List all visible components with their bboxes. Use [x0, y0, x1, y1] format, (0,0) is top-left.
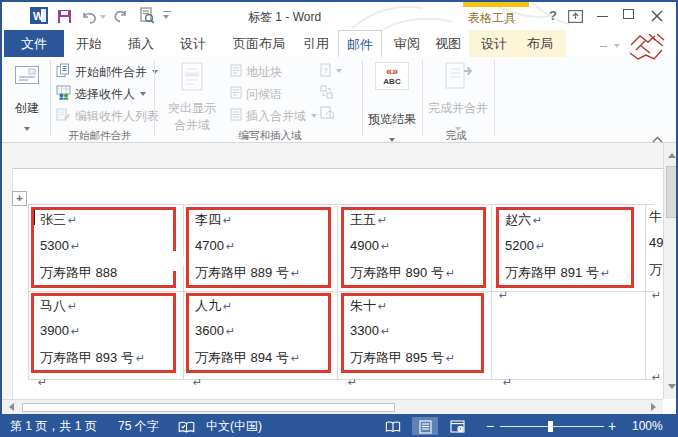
- scroll-up-button[interactable]: [664, 148, 678, 163]
- edit-recipient-list-label: 编辑收件人列表: [75, 108, 159, 125]
- rules-button[interactable]: ?: [320, 62, 342, 80]
- scroll-down-icon: [668, 384, 676, 389]
- tab-insert[interactable]: 插入: [120, 30, 162, 57]
- print-preview-icon[interactable]: [140, 7, 154, 28]
- tab-mailings[interactable]: 邮件: [338, 30, 382, 57]
- print-layout-button[interactable]: [412, 417, 438, 436]
- insert-merge-field-button[interactable]: 插入合并域: [230, 107, 317, 125]
- vertical-scrollbar[interactable]: [663, 143, 678, 399]
- customize-qat-icon[interactable]: [163, 11, 171, 12]
- paragraph-mark: ↵: [503, 376, 512, 389]
- decorative-leaves: [342, 2, 572, 30]
- tab-table-design[interactable]: 设计: [472, 30, 516, 57]
- horizontal-scrollbar[interactable]: [2, 399, 663, 414]
- read-mode-button[interactable]: [380, 417, 406, 436]
- label-cell[interactable]: 马八↵ 3900↵ 万寿路甲 893 号↵: [31, 293, 176, 373]
- web-layout-button[interactable]: [444, 417, 470, 436]
- undo-icon[interactable]: [82, 10, 97, 28]
- tab-page-layout[interactable]: 页面布局: [222, 30, 296, 57]
- scroll-up-icon: [668, 153, 676, 158]
- write-group-label: 编写和插入域: [224, 129, 316, 143]
- recipient-amount: 5300: [40, 238, 69, 253]
- word-count[interactable]: 75 个字: [118, 414, 159, 437]
- greeting-line-icon: [230, 86, 242, 102]
- recipient-address: 万寿路甲 889 号: [195, 265, 289, 280]
- match-fields-button[interactable]: [320, 84, 333, 102]
- page-info[interactable]: 第 1 页，共 1 页: [10, 414, 97, 437]
- save-icon[interactable]: [58, 9, 71, 27]
- label-cell[interactable]: 张三↵ 5300↵ 万寿路甲 888: [31, 207, 176, 288]
- insert-merge-field-caret-icon: [311, 114, 317, 118]
- tab-design[interactable]: 设计: [172, 30, 214, 57]
- ribbon-display-options-icon[interactable]: [568, 9, 583, 27]
- label-cell[interactable]: 朱十↵ 3300↵ 万寿路甲 895 号↵: [341, 293, 484, 373]
- maximize-button[interactable]: [623, 9, 634, 19]
- vertical-scroll-thumb[interactable]: [666, 166, 677, 218]
- redo-icon[interactable]: [114, 9, 127, 27]
- language-indicator[interactable]: 中文(中国): [206, 414, 262, 437]
- recipient-amount: 4900: [350, 238, 379, 253]
- edit-recipient-list-button[interactable]: 编辑收件人列表: [56, 107, 159, 125]
- finish-group-label: 完成: [426, 129, 486, 143]
- finish-merge-button[interactable]: 完成并合并: [426, 60, 490, 135]
- paragraph-mark: ↵: [381, 240, 390, 252]
- svg-text:?: ?: [323, 66, 328, 75]
- highlight-merge-fields-button[interactable]: 突出显示 合并域: [158, 60, 226, 134]
- paragraph-mark: ↵: [71, 325, 80, 337]
- scroll-left-button[interactable]: [4, 400, 19, 414]
- select-recipients-button[interactable]: 选择收件人: [56, 85, 146, 103]
- customize-qat-caret-icon[interactable]: [163, 15, 169, 19]
- finish-merge-label: 完成并合并: [426, 100, 490, 117]
- undo-caret-icon[interactable]: [100, 15, 106, 19]
- tab-file[interactable]: 文件: [4, 30, 64, 57]
- highlight-merge-fields-icon: [179, 62, 205, 96]
- close-button[interactable]: [651, 8, 663, 26]
- greeting-line-button[interactable]: 问候语: [230, 85, 282, 103]
- word-window: W 标签 1 - Word 表格工具 ? 文件 开始 插入 设计 页面布局 引用…: [0, 0, 678, 437]
- scroll-down-button[interactable]: [664, 379, 678, 394]
- start-mail-merge-button[interactable]: 开始邮件合并: [56, 63, 158, 81]
- zoom-in-button[interactable]: +: [608, 414, 616, 437]
- zoom-out-button[interactable]: −: [486, 414, 494, 437]
- recipient-amount: 5200: [505, 238, 534, 253]
- table-move-handle[interactable]: +: [12, 191, 27, 206]
- zoom-slider-thumb[interactable]: [548, 421, 553, 432]
- horizontal-scroll-thumb[interactable]: [22, 403, 395, 412]
- help-button[interactable]: ?: [546, 8, 560, 24]
- update-labels-button[interactable]: [320, 106, 334, 124]
- address-block-button[interactable]: 地址块: [230, 63, 282, 81]
- scroll-right-button[interactable]: [646, 400, 661, 414]
- paragraph-mark: ↵: [38, 376, 47, 389]
- tab-view[interactable]: 视图: [428, 30, 468, 57]
- table-gridline: [645, 204, 646, 380]
- label-cell[interactable]: 王五↵ 4900↵ 万寿路甲 890 号↵: [341, 207, 486, 288]
- rules-icon: ?: [320, 63, 333, 80]
- create-button[interactable]: 创建: [8, 60, 46, 135]
- paragraph-mark: ↵: [68, 214, 77, 226]
- label-cell[interactable]: 人九↵ 3600↵ 万寿路甲 894 号↵: [186, 293, 331, 373]
- paragraph-mark: ↵: [348, 376, 357, 389]
- tab-review[interactable]: 审阅: [386, 30, 428, 57]
- partial-cell-line: 万: [649, 261, 662, 279]
- start-mail-merge-label: 开始邮件合并: [75, 64, 147, 81]
- tab-references[interactable]: 引用: [296, 30, 336, 57]
- tab-table-layout[interactable]: 布局: [518, 30, 562, 57]
- preview-results-caret-icon: [389, 138, 395, 142]
- scroll-right-icon: [651, 403, 656, 411]
- minimize-button[interactable]: [597, 16, 608, 17]
- rules-caret-icon: [336, 69, 342, 73]
- label-envelope-icon: [15, 66, 39, 88]
- document-area[interactable]: + 张三↵ 5300↵ 万寿路甲 888 李四↵ 4700↵ 万寿路甲 889 …: [2, 143, 678, 399]
- zoom-level[interactable]: 100%: [632, 414, 663, 437]
- artifact-blob: [152, 251, 184, 271]
- proofing-book-icon[interactable]: [178, 421, 195, 437]
- preview-results-button[interactable]: «» ABC 预览结果: [366, 60, 418, 146]
- recipient-address: 万寿路甲 890 号: [350, 265, 444, 280]
- paragraph-mark: ↵: [652, 289, 661, 302]
- word-logo-icon: W: [30, 7, 48, 28]
- tab-home[interactable]: 开始: [68, 30, 110, 57]
- account-caret-icon[interactable]: [614, 44, 620, 48]
- label-cell[interactable]: 李四↵ 4700↵ 万寿路甲 889 号↵: [186, 207, 331, 288]
- paragraph-mark: ↵: [381, 325, 390, 337]
- label-cell[interactable]: 赵六↵ 5200↵ 万寿路甲 891 号↵: [496, 207, 634, 288]
